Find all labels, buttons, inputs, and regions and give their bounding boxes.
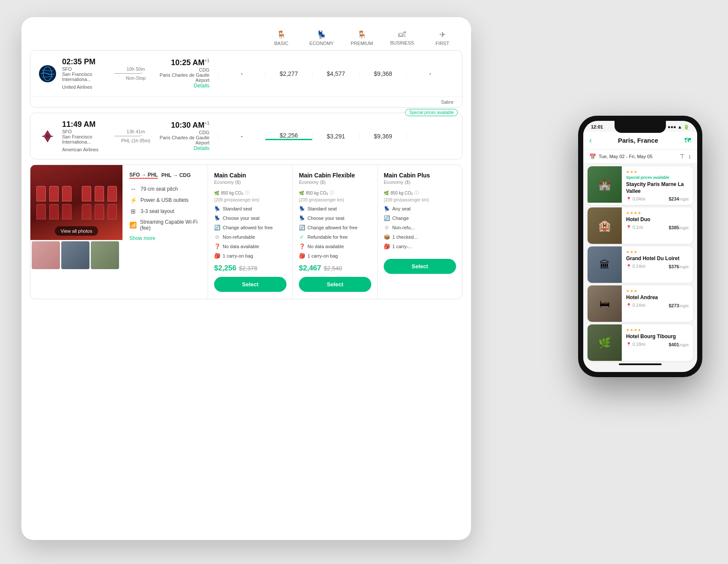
cabin-header-basic: 🪑 BASIC bbox=[261, 30, 301, 46]
cabin-header-business: 🛋 BUSINESS bbox=[382, 30, 422, 46]
select-button-1[interactable]: Select bbox=[214, 277, 286, 292]
photo-main: View all photos bbox=[30, 165, 122, 240]
feature-carryon-3: 🎒 1 carry-... bbox=[384, 243, 456, 249]
hotel-3-dist-price: 📍 0.14mi $376/night bbox=[626, 264, 689, 269]
hotel-5-price: $401/night bbox=[668, 342, 689, 347]
amenity-wifi: 📶 Streaming Capable Wi-Fi (fee) bbox=[129, 219, 201, 231]
route-phl-cdg: PHL → CDG bbox=[161, 172, 191, 179]
feature-standard-seat-2: 💺 Standard seat bbox=[299, 206, 371, 212]
cabin-option-main: Main Cabin Economy ($) 🌿 850 kg CO₂ ⓘ (2… bbox=[208, 165, 293, 299]
photo-thumb-2[interactable] bbox=[61, 241, 90, 269]
home-bar bbox=[619, 363, 662, 365]
price-row-1: $2,256 $2,378 bbox=[214, 264, 286, 273]
flight1-source: Sabre bbox=[30, 96, 462, 107]
view-photos-button[interactable]: View all photos bbox=[55, 226, 98, 236]
hotel-3-stars: ★★★ bbox=[626, 250, 689, 254]
hotel-3-image: 🏛 bbox=[588, 246, 622, 283]
refund-icon: ⊘ bbox=[214, 234, 220, 240]
hotel-2-image: 🏨 bbox=[588, 207, 622, 244]
seat-pitch-icon: ↔ bbox=[129, 186, 137, 192]
hotel-3-price: $376/night bbox=[668, 264, 689, 269]
location-pin-icon-3: 📍 bbox=[626, 264, 631, 269]
united-globe-icon bbox=[40, 66, 55, 81]
hotel-1-dist-price: 📍 0.04mi $234/night bbox=[626, 196, 689, 201]
flight1-basic-price: - bbox=[218, 70, 265, 77]
location-pin-icon-4: 📍 bbox=[626, 303, 631, 308]
flight-info-panel: SFO → PHL PHL → CDG ↔ 79 cm seat pitch ⚡… bbox=[122, 165, 208, 299]
economy-seat-icon: 💺 bbox=[317, 30, 326, 39]
amenity-power: ⚡ Power & USB outlets bbox=[129, 197, 201, 204]
co2-row-1: 🌿 850 kg CO₂ ⓘ bbox=[214, 190, 286, 196]
show-more-button[interactable]: Show more bbox=[129, 235, 201, 241]
leaf-icon: 🌿 bbox=[214, 191, 219, 195]
phone-screen: 12:01 ●●● ▲ 🔋 ‹ Paris, France 🗺 📅 Tue, M… bbox=[583, 121, 697, 372]
first-seat-icon: ✈ bbox=[439, 30, 446, 39]
flight2-details-link[interactable]: Details bbox=[157, 145, 209, 151]
american-airlines-icon bbox=[39, 128, 56, 144]
hotel-photo-5: 🌿 bbox=[588, 324, 622, 361]
refund-icon-2: ✓ bbox=[299, 234, 305, 240]
phone-content[interactable]: ‹ Paris, France 🗺 📅 Tue, May 02 - Fri, M… bbox=[583, 132, 697, 367]
cabin-options: Main Cabin Economy ($) 🌿 850 kg CO₂ ⓘ (2… bbox=[208, 165, 462, 299]
hotel-card-5[interactable]: 🌿 ★★★★ Hotel Bourg Tibourg 📍 0.18mi bbox=[588, 324, 693, 361]
select-button-2[interactable]: Select bbox=[299, 277, 371, 292]
change-icon-2: 🔄 bbox=[299, 225, 305, 231]
location-pin-icon-1: 📍 bbox=[626, 197, 631, 201]
feature-choose-seat-2: 💺 Choose your seat bbox=[299, 215, 371, 221]
flight1-business-price: $9,368 bbox=[359, 70, 406, 77]
feature-nonrefund-1: ⊘ Non-refundable bbox=[214, 234, 286, 240]
flight-row-1: 02:35 PM SFO San Francisco Internationa.… bbox=[30, 50, 462, 108]
feature-change-2: 🔄 Change allowed for free bbox=[299, 225, 371, 231]
flight2-first-price bbox=[406, 132, 454, 140]
feature-standard-seat-1: 💺 Standard seat bbox=[214, 206, 286, 212]
wifi-icon: 📶 bbox=[129, 222, 137, 228]
hotel-2-price: $385/night bbox=[668, 225, 689, 230]
cabin-option-flexible: Main Cabin Flexible Economy ($) 🌿 850 kg… bbox=[293, 165, 378, 299]
photo-thumb-1[interactable] bbox=[32, 241, 60, 269]
filter-sort-icons[interactable]: ⊤ ↕ bbox=[680, 153, 691, 160]
hotel-5-distance: 📍 0.18mi bbox=[626, 342, 645, 347]
flight1-economy-price: $2,277 bbox=[265, 70, 312, 77]
tablet-device: 🪑 BASIC 💺 ECONOMY 🪑 PREMIUM 🛋 BUSINESS ✈… bbox=[21, 17, 471, 540]
hotel-1-stars: ★★★ bbox=[626, 170, 689, 174]
hotel-4-price: $273/night bbox=[668, 303, 689, 308]
hotel-card-4[interactable]: 🛏 ★★★ Hotel Andrea 📍 0.14mi $273/ bbox=[588, 285, 693, 322]
info-icon: ⓘ bbox=[245, 190, 249, 196]
sort-icon[interactable]: ↕ bbox=[688, 153, 691, 160]
hotel-2-distance: 📍 0.1mi bbox=[626, 225, 643, 230]
feature-any-seat-3: 💺 Any seat bbox=[384, 206, 456, 212]
hotel-5-stars: ★★★★ bbox=[626, 328, 689, 332]
carryon-icon-3: 🎒 bbox=[384, 243, 390, 249]
choose-seat-icon: 💺 bbox=[214, 215, 220, 221]
premium-seat-icon: 🪑 bbox=[357, 30, 367, 39]
choose-seat-icon-2: 💺 bbox=[299, 215, 305, 221]
feature-checked-3: 📦 1 checked... bbox=[384, 234, 456, 240]
special-prices-badge: Special prices available bbox=[405, 109, 458, 116]
hotel-card-3[interactable]: 🏛 ★★★ Grand Hotel Du Loiret 📍 0.14mi bbox=[588, 246, 693, 283]
map-icon[interactable]: 🗺 bbox=[684, 137, 691, 144]
hotel-card-2[interactable]: 🏨 ★★★★ Hotel Duo 📍 0.1mi $385/nig bbox=[588, 207, 693, 244]
date-pill: 📅 Tue, May 02 - Fri, May 05 bbox=[589, 153, 653, 160]
phone-device: 12:01 ●●● ▲ 🔋 ‹ Paris, France 🗺 📅 Tue, M… bbox=[578, 116, 702, 377]
select-button-3[interactable]: Select bbox=[384, 259, 456, 274]
hotel-4-stars: ★★★ bbox=[626, 289, 689, 293]
flight2-basic-price: - bbox=[218, 132, 265, 140]
united-logo bbox=[39, 65, 56, 82]
flight1-details-link[interactable]: Details bbox=[157, 83, 209, 89]
nonrefund-icon-3: ⊘ bbox=[384, 225, 390, 231]
filter-icon[interactable]: ⊤ bbox=[680, 153, 685, 160]
route-tags: SFO → PHL PHL → CDG bbox=[129, 172, 201, 179]
hotel-photo-3: 🏛 bbox=[588, 246, 622, 283]
flight2-economy-price: $2,256 bbox=[265, 132, 312, 140]
checked-icon-3: 📦 bbox=[384, 234, 390, 240]
flight1-premium-price: $4,577 bbox=[312, 70, 359, 77]
back-button[interactable]: ‹ bbox=[589, 136, 592, 145]
change-icon-3: 🔄 bbox=[384, 215, 390, 221]
hotel-card-1[interactable]: 🏰 ★★★ Special prices available Staycity … bbox=[588, 166, 693, 205]
photo-thumb-3[interactable] bbox=[91, 241, 119, 269]
amenity-layout: ⊞ 3-3 seat layout bbox=[129, 208, 201, 215]
nodata-icon-2: ❓ bbox=[299, 243, 305, 249]
flight2-duration: 13h 41m PHL (1h 05m) bbox=[114, 129, 157, 143]
hotel-5-dist-price: 📍 0.18mi $401/night bbox=[626, 342, 689, 347]
flight1-duration: 10h 50m Non-Stop bbox=[114, 66, 157, 81]
